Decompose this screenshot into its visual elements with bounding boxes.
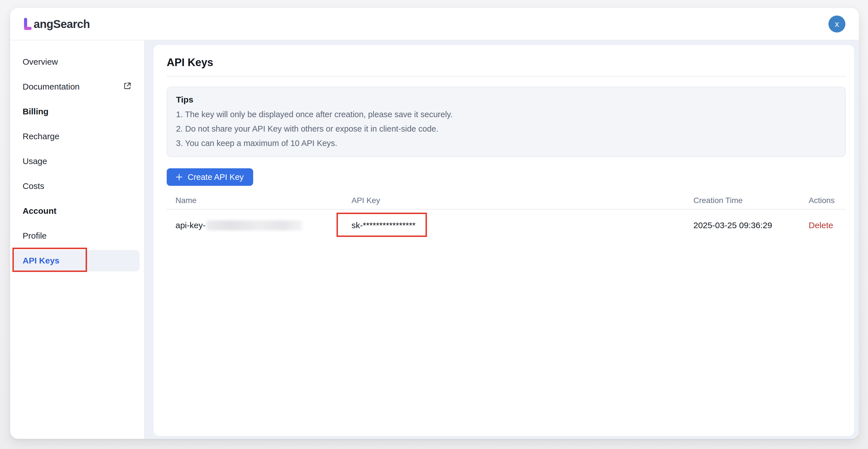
langsearch-logo[interactable]: angSearch (23, 17, 90, 31)
main-panel: API Keys Tips 1. The key will only be di… (153, 45, 854, 436)
top-header: angSearch x (10, 8, 859, 40)
delete-link[interactable]: Delete (809, 221, 833, 230)
external-link-icon[interactable] (124, 82, 131, 92)
api-keys-table: Name API Key Creation Time Actions api-k… (167, 192, 846, 241)
sidebar-item-label: Recharge (23, 132, 59, 141)
page-title: API Keys (167, 56, 846, 69)
tips-box: Tips 1. The key will only be displayed o… (167, 87, 846, 157)
tips-line-1: 1. The key will only be displayed once a… (176, 109, 836, 119)
sidebar-item-profile[interactable]: Profile (10, 223, 144, 248)
tips-line-3: 3. You can keep a maximum of 10 API Keys… (176, 138, 836, 148)
table-row: api-key- sk-**************** 2025-03-25 … (167, 210, 846, 241)
sidebar-item-costs[interactable]: Costs (10, 174, 144, 198)
avatar-label: x (835, 19, 839, 29)
sidebar-item-api-keys[interactable]: API Keys (10, 248, 144, 273)
column-header-creation-time: Creation Time (685, 196, 800, 205)
sidebar-item-label: Account (23, 206, 57, 216)
sidebar-item-usage[interactable]: Usage (10, 149, 144, 174)
create-api-key-label: Create API Key (188, 172, 244, 182)
column-header-name: Name (167, 196, 343, 205)
sidebar-item-label: Documentation (23, 82, 80, 92)
sidebar-item-label: Profile (23, 231, 46, 240)
sidebar-item-label: Overview (23, 57, 58, 67)
content-split: Overview Documentation Billing (10, 40, 859, 439)
sidebar-item-label: API Keys (23, 256, 59, 265)
sidebar-item-label: Usage (23, 156, 47, 166)
title-divider (167, 76, 846, 76)
column-header-actions: Actions (800, 196, 845, 205)
cell-api-key: sk-**************** (343, 221, 685, 230)
tips-title: Tips (176, 95, 836, 105)
create-api-key-button[interactable]: Create API Key (167, 168, 253, 186)
logo-text: angSearch (34, 18, 90, 31)
plus-icon (175, 173, 183, 181)
tips-line-2: 2. Do not share your API Key with others… (176, 124, 836, 134)
cell-creation-time: 2025-03-25 09:36:29 (685, 221, 800, 230)
sidebar-item-label: Billing (23, 107, 49, 116)
sidebar-section-account[interactable]: Account (10, 198, 144, 223)
masked-api-key: sk-**************** (351, 221, 415, 230)
column-header-api-key: API Key (343, 196, 685, 205)
sidebar-item-recharge[interactable]: Recharge (10, 124, 144, 149)
logo-l-icon (23, 17, 33, 31)
sidebar-nav: Overview Documentation Billing (10, 40, 145, 439)
table-header-row: Name API Key Creation Time Actions (167, 192, 846, 210)
sidebar-item-overview[interactable]: Overview (10, 50, 144, 74)
api-key-name-prefix: api-key- (176, 221, 206, 230)
cell-actions: Delete (800, 221, 845, 230)
sidebar-item-label: Costs (23, 181, 44, 191)
sidebar-item-documentation[interactable]: Documentation (10, 74, 144, 99)
user-avatar[interactable]: x (829, 15, 845, 32)
cell-name: api-key- (167, 220, 343, 230)
redacted-name-blur (206, 220, 302, 230)
sidebar-section-billing[interactable]: Billing (10, 99, 144, 124)
page-background: angSearch x Overview Documentation (0, 0, 868, 449)
app-window-card: angSearch x Overview Documentation (10, 8, 859, 439)
